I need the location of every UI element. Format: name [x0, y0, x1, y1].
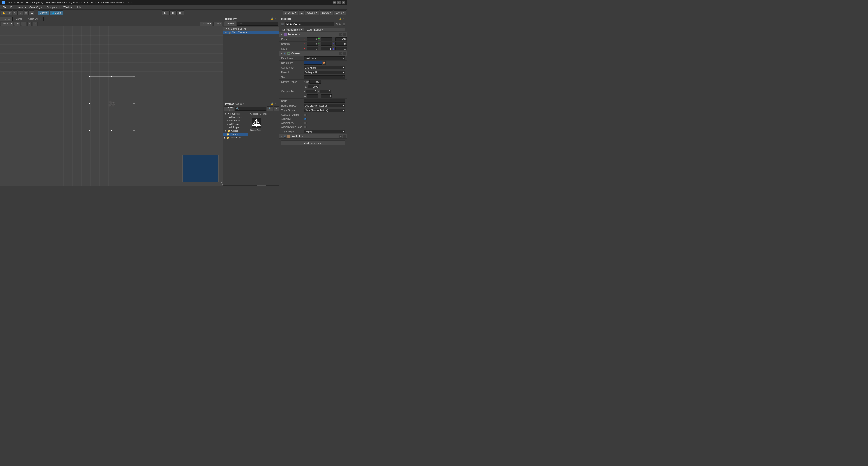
- asset-sample-scene[interactable]: SampleSce...: [249, 117, 264, 132]
- gizmos-btn[interactable]: Gizmos ▾: [200, 22, 213, 26]
- pivot-toggle[interactable]: ⊙ Pivot: [38, 10, 49, 16]
- fx-toggle[interactable]: ✦: [33, 22, 37, 26]
- hand-tool[interactable]: ✋: [1, 10, 7, 16]
- tag-dropdown[interactable]: MainCamera ▾: [286, 28, 304, 31]
- near-input[interactable]: [309, 80, 321, 84]
- camera-more[interactable]: ⋮: [343, 52, 346, 55]
- account-button[interactable]: Account ▾: [305, 10, 319, 16]
- favorites-group[interactable]: ▼ ★ Favorites: [223, 112, 248, 116]
- scene-view[interactable]: 🎥 Camera Preview: [0, 26, 223, 186]
- menu-file[interactable]: File: [1, 5, 8, 9]
- target-display-dropdown[interactable]: Display 1 ▾: [304, 129, 345, 133]
- folder-all-scripts[interactable]: ○ All Scripts: [223, 126, 248, 129]
- handle-tr[interactable]: [133, 76, 135, 77]
- pos-y[interactable]: [321, 37, 332, 41]
- handle-mr[interactable]: [133, 103, 135, 104]
- camera-enabled[interactable]: ✓: [284, 52, 286, 55]
- occlusion-culling-checkbox[interactable]: [304, 114, 307, 116]
- project-search-input[interactable]: [235, 107, 266, 111]
- minimize-button[interactable]: —: [333, 1, 336, 4]
- camera-settings[interactable]: ⚙: [339, 52, 342, 55]
- handle-bl[interactable]: [89, 130, 90, 131]
- rot-y[interactable]: [321, 42, 332, 46]
- rotate-tool[interactable]: ↻: [13, 10, 18, 16]
- pause-button[interactable]: ⏸: [169, 10, 177, 16]
- inspector-menu[interactable]: ≡: [342, 17, 345, 20]
- handle-ml[interactable]: [89, 103, 90, 104]
- handle-tl[interactable]: [89, 76, 90, 77]
- menu-component[interactable]: Component: [45, 5, 61, 9]
- scl-y[interactable]: [321, 47, 332, 51]
- collab-button[interactable]: ⊕ Collab ▾: [283, 10, 298, 16]
- shading-dropdown[interactable]: Shaded ▾: [1, 22, 13, 26]
- target-texture-dropdown[interactable]: None (Render Texture) ▾: [304, 109, 345, 112]
- scale-tool[interactable]: ⤢: [18, 10, 23, 16]
- depth-input[interactable]: [304, 99, 345, 103]
- project-search-icon[interactable]: 🔍: [267, 106, 273, 111]
- assets-group[interactable]: ▼ 📁 Assets: [223, 129, 248, 133]
- hierarchy-lock[interactable]: 🔒: [271, 17, 274, 20]
- object-name-input[interactable]: [285, 22, 334, 26]
- audio-toggle[interactable]: ♪: [27, 22, 32, 26]
- step-button[interactable]: ⏭: [177, 10, 184, 16]
- pos-z[interactable]: [336, 37, 347, 41]
- menu-edit[interactable]: Edit: [8, 5, 17, 9]
- layers-button[interactable]: Layers ▾: [320, 10, 333, 16]
- menu-help[interactable]: Help: [74, 5, 83, 9]
- folder-all-materials[interactable]: ○ All Materials: [223, 116, 248, 119]
- pos-x[interactable]: [307, 37, 318, 41]
- menu-window[interactable]: Window: [61, 5, 74, 9]
- tab-game[interactable]: Game: [13, 17, 25, 21]
- transform-header[interactable]: ▼ T Transform ⚙ ⋮: [279, 32, 347, 37]
- scl-z[interactable]: [336, 47, 347, 51]
- culling-mask-dropdown[interactable]: Everything ▾: [304, 66, 345, 69]
- size-input[interactable]: [304, 75, 345, 79]
- audio-listener-enabled[interactable]: ✓: [284, 135, 286, 138]
- rot-x[interactable]: [307, 42, 318, 46]
- audio-listener-header[interactable]: ▼ ✓ ♪ Audio Listener ⚙ ⋮: [279, 134, 347, 139]
- allow-msaa-checkbox[interactable]: [304, 122, 307, 124]
- global-toggle[interactable]: 🌐 Global: [50, 10, 63, 16]
- hierarchy-item-main-camera[interactable]: ▶ 📷 Main Camera: [223, 31, 279, 34]
- allow-hdr-checkbox[interactable]: ✓: [304, 118, 307, 120]
- static-checkbox[interactable]: [343, 23, 345, 26]
- object-enabled-checkbox[interactable]: ✓: [281, 23, 284, 26]
- packages-group[interactable]: ▶ 📁 Packages: [223, 136, 248, 139]
- folder-all-prefabs[interactable]: ○ All Prefabs: [223, 122, 248, 126]
- transform-tool[interactable]: ☰: [29, 10, 34, 16]
- clear-flags-dropdown[interactable]: Solid Color ▾: [304, 56, 345, 60]
- hierarchy-scene[interactable]: ▼ ⊞ SampleScene: [223, 27, 279, 31]
- background-picker[interactable]: 🎨: [322, 61, 326, 65]
- folder-scenes[interactable]: 📁 Scenes: [223, 133, 248, 136]
- gizmos-all[interactable]: G+All: [213, 22, 222, 26]
- camera-header[interactable]: ▼ ✓ 📷 Camera ⚙ ⋮: [279, 51, 347, 56]
- vp-h[interactable]: [321, 94, 332, 98]
- allow-dynamic-reso-checkbox[interactable]: [304, 126, 307, 128]
- inspector-lock[interactable]: 🔒: [339, 17, 342, 20]
- cloud-button[interactable]: ☁: [299, 10, 304, 16]
- vp-w[interactable]: [307, 94, 318, 98]
- add-component-button[interactable]: Add Component: [281, 141, 345, 145]
- audio-listener-more[interactable]: ⋮: [343, 135, 346, 138]
- background-color-swatch[interactable]: [304, 61, 322, 65]
- vp-x[interactable]: [306, 90, 317, 93]
- handle-tm[interactable]: [111, 76, 112, 77]
- project-create-btn[interactable]: Create ▾: [224, 106, 234, 111]
- projection-dropdown[interactable]: Orthographic ▾: [304, 70, 345, 74]
- transform-more[interactable]: ⋮: [343, 33, 346, 36]
- rect-tool[interactable]: ▭: [24, 10, 29, 16]
- scl-x[interactable]: [307, 47, 318, 51]
- project-lock[interactable]: 🔒: [271, 102, 274, 106]
- handle-bm[interactable]: [111, 130, 112, 131]
- tab-asset-store[interactable]: Asset Store: [25, 17, 43, 21]
- folder-all-models[interactable]: ○ All Models: [223, 119, 248, 122]
- rendering-path-dropdown[interactable]: Use Graphics Settings ▾: [304, 104, 345, 108]
- audio-listener-settings[interactable]: ⚙: [339, 135, 342, 138]
- layout-button[interactable]: Layout ▾: [334, 10, 346, 16]
- hierarchy-create-btn[interactable]: Create ▾: [224, 21, 236, 26]
- close-button[interactable]: ✕: [342, 1, 345, 4]
- far-input[interactable]: [308, 85, 319, 88]
- rot-z[interactable]: [336, 42, 347, 46]
- hierarchy-search[interactable]: [237, 22, 278, 26]
- project-scrollbar[interactable]: [223, 184, 279, 186]
